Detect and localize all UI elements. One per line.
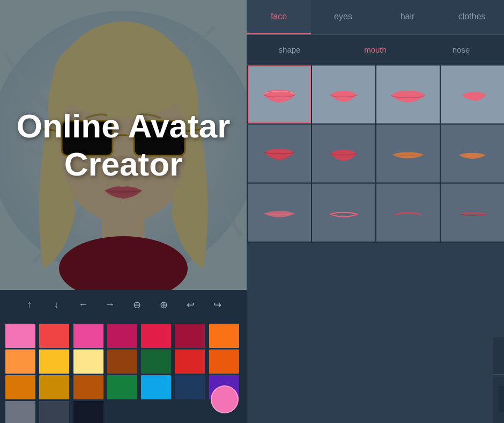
mouth-option-10[interactable] [312, 184, 375, 242]
color-swatch[interactable] [5, 401, 35, 423]
subtab-nose[interactable]: nose [418, 35, 504, 64]
mouth-option-11[interactable] [376, 184, 440, 242]
right-panel: face eyes hair clothes shape mouth nose [247, 0, 504, 423]
avatar-preview: Online Avatar Creator [0, 0, 247, 290]
mouth-options-grid [247, 64, 504, 243]
random-button[interactable]: random [499, 386, 504, 412]
color-swatch[interactable] [141, 375, 171, 399]
nav-up-button[interactable]: ↑ [21, 296, 38, 313]
color-grid [5, 324, 241, 423]
color-swatch[interactable] [107, 324, 137, 348]
overlay-title: Online Avatar Creator [0, 107, 247, 184]
selected-color-swatch[interactable] [211, 385, 239, 413]
nav-zoom-in-button[interactable]: ⊕ [155, 296, 172, 313]
bottom-controls: ↑ ↓ ← → ⊖ ⊕ random reset save share Grav… [493, 337, 504, 423]
bottom-nav-bar: ↑ ↓ ← → ⊖ ⊕ [493, 337, 504, 375]
subtab-shape[interactable]: shape [247, 35, 332, 64]
nav-left-button[interactable]: ← [75, 296, 92, 313]
mouth-option-5[interactable] [248, 125, 311, 183]
category-tabs: face eyes hair clothes [247, 0, 504, 35]
mouth-option-8[interactable] [441, 125, 504, 183]
color-swatch[interactable] [5, 349, 35, 374]
mouth-option-1[interactable] [248, 65, 311, 123]
color-swatch[interactable] [107, 375, 137, 399]
nav-undo-button[interactable]: ↩ [182, 296, 199, 313]
mouth-option-3[interactable] [376, 65, 440, 123]
tab-hair[interactable]: hair [375, 0, 440, 34]
color-swatch[interactable] [107, 349, 137, 374]
nav-down-button[interactable]: ↓ [48, 296, 65, 313]
avatar-nav-bar: ↑ ↓ ← → ⊖ ⊕ ↩ ↪ [0, 290, 247, 319]
nav-zoom-out-button[interactable]: ⊖ [128, 296, 145, 313]
sub-tabs: shape mouth nose [247, 35, 504, 64]
mouth-option-2[interactable] [312, 65, 375, 123]
color-swatch[interactable] [209, 324, 239, 348]
mouth-option-9[interactable] [248, 184, 311, 242]
color-swatch[interactable] [5, 375, 35, 399]
color-swatch[interactable] [39, 349, 69, 374]
tab-eyes[interactable]: eyes [311, 0, 375, 34]
color-swatch[interactable] [73, 401, 103, 423]
color-palette [0, 319, 247, 423]
color-swatch[interactable] [73, 349, 103, 374]
nav-right-button[interactable]: → [101, 296, 118, 313]
color-swatch[interactable] [175, 349, 205, 374]
color-swatch[interactable] [73, 324, 103, 348]
action-buttons: random reset save share Gravat... [493, 375, 504, 423]
tab-face[interactable]: face [247, 0, 311, 34]
color-swatch[interactable] [73, 375, 103, 399]
mouth-option-4[interactable] [441, 65, 504, 123]
left-panel: Online Avatar Creator ↑ ↓ ← → ⊖ ⊕ ↩ ↪ [0, 0, 247, 423]
color-swatch[interactable] [175, 375, 205, 399]
color-swatch[interactable] [5, 324, 35, 348]
color-swatch[interactable] [39, 401, 69, 423]
color-swatch[interactable] [209, 349, 239, 374]
mouth-option-7[interactable] [376, 125, 440, 183]
color-swatch[interactable] [175, 324, 205, 348]
mouth-option-6[interactable] [312, 125, 375, 183]
color-swatch[interactable] [141, 349, 171, 374]
subtab-mouth[interactable]: mouth [332, 35, 418, 64]
color-swatch[interactable] [39, 375, 69, 399]
color-swatch[interactable] [141, 324, 171, 348]
tab-clothes[interactable]: clothes [440, 0, 504, 34]
mouth-option-12[interactable] [441, 184, 504, 242]
nav-redo-button[interactable]: ↪ [209, 296, 226, 313]
overlay-text: Online Avatar Creator [0, 0, 247, 290]
color-swatch[interactable] [39, 324, 69, 348]
